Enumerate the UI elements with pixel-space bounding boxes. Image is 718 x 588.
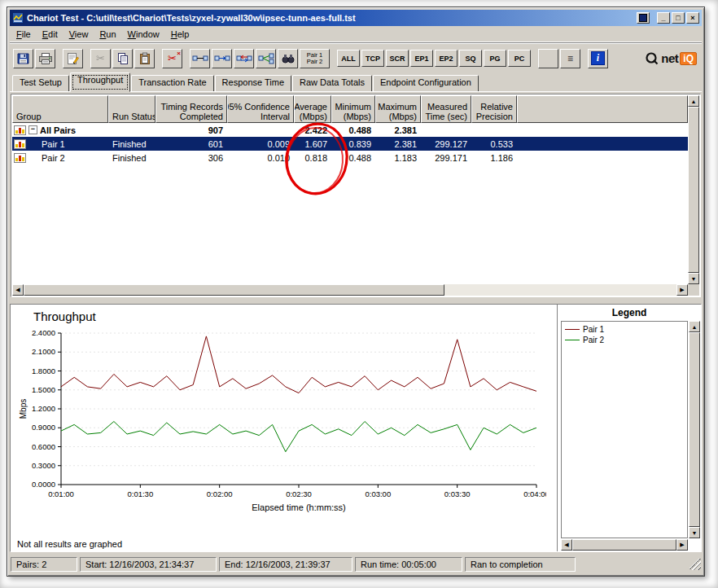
scroll-left-button[interactable]: ◀ [561, 539, 572, 551]
scroll-down-button[interactable]: ▼ [689, 527, 700, 538]
tab-raw-data-totals[interactable]: Raw Data Totals [292, 75, 372, 92]
scroll-up-button[interactable]: ▲ [688, 95, 699, 107]
swap-endpoints-button[interactable] [234, 49, 254, 68]
scroll-left-button[interactable]: ◀ [12, 284, 24, 296]
table-row[interactable]: Pair 1Finished6010.0091.6070.8392.381299… [12, 137, 688, 151]
blank-button[interactable] [538, 49, 558, 68]
cell-maximum-mbps: 2.381 [375, 139, 421, 149]
copy-button[interactable] [112, 49, 133, 68]
help-button[interactable]: i [588, 49, 608, 68]
column-header-95-confidence-interval[interactable]: 95% ConfidenceInterval [227, 95, 294, 123]
table-row[interactable]: Pair 2Finished3060.0100.8180.4881.183299… [12, 151, 688, 165]
svg-text:0.6000: 0.6000 [32, 442, 55, 451]
cut-button[interactable]: ✂ [90, 49, 111, 68]
netiq-q-icon [645, 51, 659, 66]
cell-maximum-mbps: 1.183 [375, 153, 421, 163]
menu-window[interactable]: Window [122, 28, 165, 41]
paste-button[interactable] [134, 49, 155, 68]
view-pair-button[interactable] [278, 49, 298, 68]
scroll-up-button[interactable]: ▲ [689, 321, 700, 332]
pair-chart-icon [14, 125, 26, 135]
table-row[interactable]: −All Pairs9072.4220.4882.381 [12, 123, 688, 137]
legend-entry-pair-2[interactable]: Pair 2 [565, 335, 684, 345]
svg-text:1.2000: 1.2000 [32, 404, 55, 413]
table-header-row: GroupRun StatusTiming RecordsCompleted95… [12, 95, 688, 123]
cell-run-status: Finished [108, 153, 155, 163]
column-header-timing-records-completed[interactable]: Timing RecordsCompleted [155, 95, 227, 123]
filter-all-button[interactable]: ALL [337, 50, 360, 67]
scrollbar-thumb[interactable] [689, 332, 700, 527]
edit-run-options-button[interactable] [63, 49, 83, 68]
menu-run[interactable]: Run [94, 28, 121, 41]
cell-measured-time-sec: 299.127 [421, 139, 471, 149]
close-button[interactable]: × [686, 12, 699, 24]
app-window: Chariot Test - C:\util\test\Chariot\Test… [7, 7, 705, 577]
resize-grip[interactable] [690, 559, 701, 570]
pair-chart-icon [14, 153, 26, 163]
filter-ep2-button[interactable]: EP2 [435, 50, 458, 67]
add-pair-button[interactable] [190, 49, 210, 68]
column-header-measured-time-sec[interactable]: MeasuredTime (sec) [421, 95, 471, 123]
menu-view[interactable]: View [63, 28, 94, 41]
filter-sq-button[interactable]: SQ [459, 50, 482, 67]
tab-transaction-rate[interactable]: Transaction Rate [131, 75, 213, 92]
edit-pair-button[interactable] [212, 49, 232, 68]
expand-collapse-box[interactable]: − [28, 125, 37, 134]
column-header-run-status[interactable]: Run Status [108, 95, 155, 123]
tab-response-time[interactable]: Response Time [215, 75, 291, 92]
scroll-right-button[interactable]: ▶ [676, 539, 688, 551]
tab-endpoint-configuration[interactable]: Endpoint Configuration [373, 75, 479, 92]
print-button[interactable] [35, 49, 55, 68]
table-horizontal-scrollbar[interactable]: ◀ ▶ [12, 284, 688, 296]
cell-minimum-mbps: 0.839 [331, 139, 375, 149]
add-multicast-group-button[interactable] [256, 49, 276, 68]
table-body: −All Pairs9072.4220.4882.381Pair 1Finish… [12, 123, 688, 165]
status-panel-0: Pairs: 2 [11, 557, 77, 572]
legend-vertical-scrollbar[interactable]: ▲ ▼ [689, 321, 700, 538]
column-header-average-mbps[interactable]: Average(Mbps) [294, 95, 331, 123]
cell-95-confidence-interval: 0.010 [227, 153, 294, 163]
tab-test-setup[interactable]: Test Setup [12, 75, 69, 92]
filter-pg-button[interactable]: PG [484, 50, 506, 67]
status-panel-1: Start: 12/16/2003, 21:34:37 [80, 557, 217, 572]
filter-scr-button[interactable]: SCR [386, 50, 409, 67]
filter-pc-button[interactable]: PC [508, 50, 531, 67]
menu-edit[interactable]: Edit [37, 28, 63, 41]
legend-entry-pair-1[interactable]: Pair 1 [565, 324, 684, 335]
scrollbar-thumb[interactable] [688, 107, 699, 273]
column-header-group[interactable]: Group [12, 95, 108, 123]
titlebar-extra-button[interactable] [637, 12, 650, 24]
scrollbar-thumb[interactable] [24, 284, 444, 296]
cell-relative-precision: 1.186 [471, 153, 517, 163]
cell-timing-records-completed: 601 [155, 139, 227, 149]
tab-throughput[interactable]: Throughput [70, 72, 130, 92]
save-button[interactable] [13, 49, 33, 68]
column-header-minimum-mbps[interactable]: Minimum(Mbps) [331, 95, 375, 123]
delete-pair-button[interactable]: ✂× [162, 49, 182, 68]
filter-tcp-button[interactable]: TCP [361, 50, 384, 67]
menu-help[interactable]: Help [165, 28, 195, 41]
svg-text:0:02:30: 0:02:30 [286, 489, 312, 498]
svg-text:Mbps: Mbps [19, 399, 28, 419]
svg-text:0:03:30: 0:03:30 [444, 489, 471, 498]
cell-minimum-mbps: 0.488 [331, 153, 375, 163]
svg-text:Elapsed time (h:mm:ss): Elapsed time (h:mm:ss) [252, 502, 346, 512]
scrollbar-thumb[interactable] [572, 539, 676, 551]
column-header-relative-precision[interactable]: RelativePrecision [471, 95, 517, 123]
menu-file[interactable]: File [11, 28, 37, 41]
pair-visibility-button[interactable]: Pair 1 Pair 2 [300, 49, 330, 68]
help-icon: i [591, 51, 605, 65]
svg-text:0:03:00: 0:03:00 [365, 489, 391, 498]
group-cell: −All Pairs [12, 125, 108, 135]
filter-ep1-button[interactable]: EP1 [410, 50, 433, 67]
minimize-button[interactable]: _ [657, 12, 670, 24]
scroll-down-button[interactable]: ▼ [688, 273, 699, 284]
legend-horizontal-scrollbar[interactable]: ◀ ▶ [561, 539, 688, 551]
scroll-right-button[interactable]: ▶ [676, 284, 688, 296]
title-bar[interactable]: Chariot Test - C:\util\test\Chariot\Test… [10, 10, 702, 26]
column-header-maximum-mbps[interactable]: Maximum(Mbps) [375, 95, 421, 123]
svg-text:2.1000: 2.1000 [32, 347, 55, 356]
table-vertical-scrollbar[interactable]: ▲ ▼ [688, 95, 699, 284]
notes-button[interactable]: ≡ [560, 49, 580, 68]
maximize-button[interactable]: □ [672, 12, 685, 24]
